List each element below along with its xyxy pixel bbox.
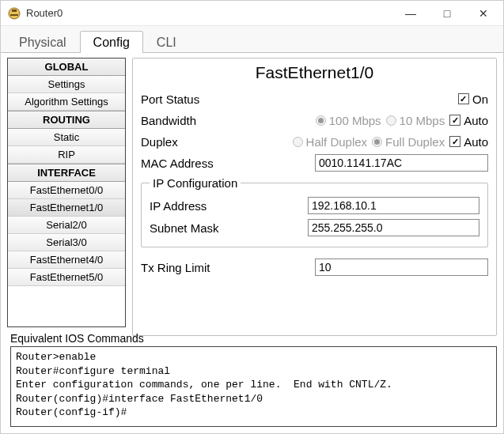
- tab-cli[interactable]: CLI: [143, 31, 190, 53]
- titlebar: Router0 — □ ✕: [1, 1, 503, 26]
- duplex-auto-label: Auto: [464, 135, 488, 149]
- duplex-auto[interactable]: Auto: [449, 135, 488, 149]
- sidebar-item-fe00[interactable]: FastEthernet0/0: [8, 182, 125, 199]
- minimize-button[interactable]: —: [392, 2, 429, 25]
- duplex-full-radio[interactable]: [372, 137, 382, 147]
- port-status-on-label: On: [472, 92, 488, 106]
- bandwidth-100-option[interactable]: 100 Mbps: [316, 114, 381, 127]
- tx-ring-input[interactable]: [315, 259, 488, 276]
- sidebar-header-global: GLOBAL: [8, 58, 125, 76]
- row-duplex: Duplex Half Duplex Full Duplex Auto: [141, 132, 488, 151]
- tab-physical[interactable]: Physical: [6, 31, 80, 53]
- subnet-mask-input[interactable]: [308, 219, 479, 236]
- port-status-checkbox[interactable]: [458, 93, 469, 104]
- bandwidth-auto-checkbox[interactable]: [449, 115, 460, 126]
- sidebar-item-algorithm-settings[interactable]: Algorithm Settings: [8, 93, 125, 111]
- duplex-full-label: Full Duplex: [385, 135, 445, 149]
- duplex-full-option[interactable]: Full Duplex: [372, 135, 445, 149]
- app-window: Router0 — □ ✕ Physical Config CLI GLOBAL…: [0, 0, 504, 434]
- sidebar-item-fe40[interactable]: FastEthernet4/0: [8, 251, 125, 269]
- svg-rect-2: [10, 14, 18, 16]
- tx-ring-label: Tx Ring Limit: [141, 261, 315, 274]
- row-bandwidth: Bandwidth 100 Mbps 10 Mbps Auto: [141, 111, 488, 130]
- ip-configuration-legend: IP Configuration: [150, 176, 241, 190]
- window-controls: — □ ✕: [392, 2, 502, 25]
- console-wrap: Router>enable Router#configure terminal …: [1, 346, 503, 433]
- mac-label: MAC Address: [141, 157, 315, 170]
- bandwidth-100-label: 100 Mbps: [329, 114, 381, 127]
- panel-title: FastEthernet1/0: [141, 63, 488, 82]
- duplex-label: Duplex: [141, 135, 252, 149]
- bandwidth-auto-label: Auto: [464, 114, 488, 127]
- sidebar-item-fe50[interactable]: FastEthernet5/0: [8, 269, 125, 286]
- duplex-half-option[interactable]: Half Duplex: [293, 135, 368, 149]
- row-mac: MAC Address: [141, 153, 488, 172]
- ip-address-label: IP Address: [150, 199, 308, 213]
- sidebar-item-fe10[interactable]: FastEthernet1/0: [8, 199, 125, 217]
- equivalent-ios-label: Equivalent IOS Commands: [1, 330, 503, 346]
- sidebar-item-serial20[interactable]: Serial2/0: [8, 217, 125, 234]
- duplex-half-label: Half Duplex: [306, 135, 368, 149]
- sidebar-item-rip[interactable]: RIP: [8, 146, 125, 164]
- row-subnet-mask: Subnet Mask: [150, 217, 479, 239]
- interface-panel: FastEthernet1/0 Port Status On Bandwidth…: [132, 58, 497, 336]
- maximize-button[interactable]: □: [429, 2, 465, 25]
- svg-rect-1: [12, 9, 17, 12]
- row-port-status: Port Status On: [141, 89, 488, 108]
- close-button[interactable]: ✕: [465, 2, 502, 25]
- bandwidth-100-radio[interactable]: [316, 115, 326, 126]
- ip-address-input[interactable]: [308, 197, 479, 214]
- mac-input[interactable]: [315, 154, 488, 172]
- sidebar-item-settings[interactable]: Settings: [8, 76, 125, 93]
- sidebar-header-routing: ROUTING: [8, 111, 125, 129]
- bandwidth-10-option[interactable]: 10 Mbps: [386, 114, 445, 127]
- ios-console[interactable]: Router>enable Router#configure terminal …: [10, 346, 497, 427]
- app-icon: [7, 6, 21, 21]
- tab-config[interactable]: Config: [80, 31, 143, 53]
- config-sidebar: GLOBAL Settings Algorithm Settings ROUTI…: [7, 58, 126, 327]
- sidebar-item-static[interactable]: Static: [8, 129, 125, 146]
- bandwidth-label: Bandwidth: [141, 114, 252, 127]
- sidebar-header-interface: INTERFACE: [8, 164, 125, 182]
- port-status-label: Port Status: [141, 92, 252, 106]
- subnet-mask-label: Subnet Mask: [150, 221, 308, 235]
- row-tx-ring: Tx Ring Limit: [141, 258, 488, 277]
- bandwidth-auto[interactable]: Auto: [449, 114, 488, 127]
- config-body: GLOBAL Settings Algorithm Settings ROUTI…: [1, 53, 503, 330]
- duplex-half-radio[interactable]: [293, 137, 303, 147]
- sidebar-item-serial30[interactable]: Serial3/0: [8, 234, 125, 251]
- port-status-on[interactable]: On: [458, 92, 488, 106]
- window-title: Router0: [26, 7, 392, 19]
- main-tabs: Physical Config CLI: [1, 26, 503, 53]
- duplex-auto-checkbox[interactable]: [449, 136, 460, 147]
- ip-configuration-group: IP Configuration IP Address Subnet Mask: [141, 176, 488, 247]
- bandwidth-10-label: 10 Mbps: [400, 114, 445, 127]
- bandwidth-10-radio[interactable]: [386, 115, 396, 126]
- row-ip-address: IP Address: [150, 194, 479, 217]
